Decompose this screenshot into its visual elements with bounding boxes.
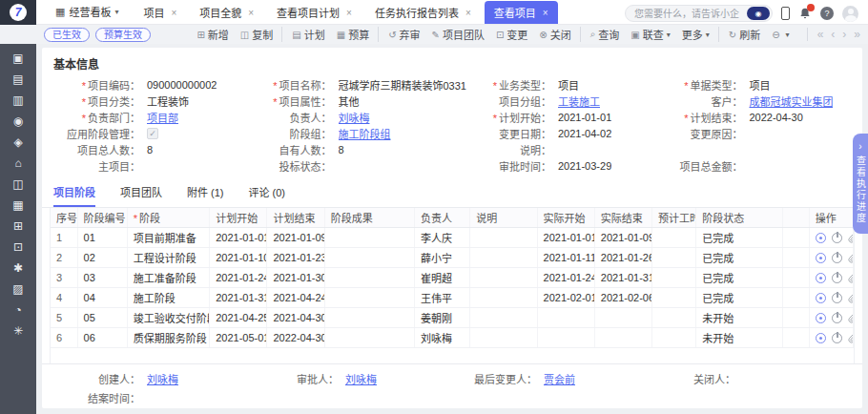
toolbar-button[interactable]: ⊞ 新增: [191, 27, 234, 42]
finish-stage-icon[interactable]: [832, 233, 842, 243]
view-progress-tab[interactable]: › 查看执行进度: [853, 134, 868, 234]
cell-stage-code: 01: [77, 228, 127, 248]
toolbar-button-icon: ↺: [388, 30, 396, 40]
cell-note: [470, 268, 537, 288]
page-tab[interactable]: 项目全貌 ×: [190, 1, 263, 24]
toolbar-button[interactable]: ◫ 复制: [235, 27, 279, 42]
attachment-icon[interactable]: [848, 313, 854, 323]
start-stage-icon[interactable]: [816, 333, 826, 343]
required-marker: *: [82, 96, 86, 108]
page-tab[interactable]: 项目 ×: [134, 1, 186, 24]
cell-owner: 李人庆: [415, 228, 470, 248]
cell-est-hours: [652, 328, 696, 348]
toolbar-button[interactable]: ↻ 刷新: [718, 27, 766, 42]
toolbar-button[interactable]: ⊖ ▾: [766, 30, 795, 40]
detail-tab[interactable]: 附件 (1): [187, 184, 224, 207]
toolbar-button[interactable]: 更多 ▾: [676, 27, 715, 42]
first-record-icon[interactable]: «: [817, 28, 824, 41]
notification-bell-icon[interactable]: [798, 7, 812, 20]
toolbar-button[interactable]: ✎ 项目团队: [426, 27, 490, 42]
close-icon[interactable]: ×: [465, 8, 471, 18]
cell-operations: [809, 328, 853, 348]
attachment-icon[interactable]: [848, 273, 854, 283]
column-header: 阶段编号: [77, 208, 127, 228]
apps-icon[interactable]: ⊞: [10, 219, 26, 232]
cell-owner: 王伟平: [415, 288, 470, 308]
user-icon[interactable]: ◉: [10, 114, 26, 127]
finish-stage-icon[interactable]: [832, 293, 842, 303]
cell-blank: [782, 228, 809, 248]
open-page-tabs: 项目 × 项目全貌 × 查看项目计划 × 任务执行报告列表 ×: [134, 1, 557, 24]
page-tab[interactable]: 查看项目计划 ×: [267, 1, 362, 24]
assistant-search[interactable]: ◉: [625, 5, 773, 22]
contract-icon[interactable]: ▤: [10, 72, 26, 85]
app-logo[interactable]: 7: [0, 0, 36, 25]
prev-record-icon[interactable]: ‹: [831, 28, 835, 41]
detail-tab[interactable]: 项目团队: [120, 184, 162, 207]
finance-icon[interactable]: ⊡: [10, 240, 26, 253]
close-icon[interactable]: ×: [248, 8, 254, 18]
finish-stage-icon[interactable]: [832, 333, 842, 343]
next-record-icon[interactable]: ›: [842, 28, 846, 41]
column-header: 实际开始: [537, 208, 594, 228]
home-icon[interactable]: ⌂: [10, 156, 26, 169]
cell-blank: [782, 288, 809, 308]
start-stage-icon[interactable]: [816, 293, 826, 303]
field-label: 变更日期：: [466, 126, 558, 141]
column-header: [782, 208, 809, 228]
toolbar-button[interactable]: ▤ 计划: [281, 27, 330, 42]
field-value: 项目部: [147, 110, 178, 125]
toolbar-button[interactable]: ⌕ 查询: [580, 27, 626, 42]
attachment-icon[interactable]: [848, 333, 854, 343]
start-stage-icon[interactable]: [816, 313, 826, 323]
chevron-down-icon: ▾: [114, 8, 118, 16]
gear-icon[interactable]: ✱: [10, 261, 26, 274]
toolbar-button[interactable]: ▦ 预算: [331, 27, 375, 42]
toolbar-button[interactable]: ↺ 弃审: [378, 27, 425, 42]
toolbar-button-label: 预算: [348, 27, 369, 42]
start-stage-icon[interactable]: [816, 233, 826, 243]
last-record-icon[interactable]: »: [854, 28, 860, 41]
field-label: *单据类型：: [657, 77, 749, 93]
form-field: 审批时间： 2021-03-29: [466, 159, 658, 173]
start-stage-icon[interactable]: [816, 273, 826, 283]
close-icon[interactable]: ×: [171, 8, 176, 18]
table-row: 5 05 竣工验收交付阶段 2021-04-25 2021-04-30 姜朝刚: [51, 308, 854, 328]
field-value: 090000000002: [147, 79, 217, 91]
page-tab[interactable]: 查看项目 ×: [485, 1, 558, 24]
card-icon[interactable]: ◫: [10, 177, 26, 190]
finish-stage-icon[interactable]: [832, 313, 842, 323]
field-value: 2021-01-01: [558, 112, 611, 123]
user-avatar[interactable]: [842, 6, 858, 22]
field-value: 施工阶段组: [339, 126, 391, 141]
attachment-icon[interactable]: [848, 293, 854, 303]
tools-icon[interactable]: ✳: [10, 324, 26, 337]
invoice-icon[interactable]: ▥: [10, 93, 26, 106]
shield-icon[interactable]: ◈: [10, 135, 26, 148]
finish-stage-icon[interactable]: [832, 273, 842, 283]
assistant-eye-icon[interactable]: ◉: [747, 7, 770, 20]
attachment-icon[interactable]: [848, 233, 854, 243]
attachment-icon[interactable]: [848, 253, 854, 263]
toolbar-button[interactable]: ▣ 联查 ▾: [625, 27, 675, 42]
close-icon[interactable]: ×: [543, 8, 548, 18]
start-stage-icon[interactable]: [816, 253, 826, 263]
search-input[interactable]: [634, 9, 747, 19]
detail-tab[interactable]: 项目阶段: [53, 184, 95, 207]
form-field: 项目分组： 工装施工: [466, 94, 658, 108]
page-tab[interactable]: 任务执行报告列表 ×: [365, 1, 481, 24]
field-value: 工程装饰: [147, 93, 189, 109]
mobile-icon[interactable]: [781, 7, 790, 20]
cell-actual-start: 2021-01-01: [537, 228, 594, 248]
clock-icon[interactable]: ◔: [10, 303, 26, 316]
help-icon[interactable]: ?: [820, 7, 834, 20]
close-icon[interactable]: ×: [346, 8, 352, 18]
finish-stage-icon[interactable]: [832, 253, 842, 263]
toolbar-button[interactable]: ⊡ 变更: [490, 27, 533, 42]
detail-tab[interactable]: 评论 (0): [249, 184, 286, 207]
dashboard-icon[interactable]: ▣: [10, 52, 26, 64]
toolbar-button[interactable]: ⊗ 关闭: [533, 27, 576, 42]
chart-icon[interactable]: ▨: [10, 282, 26, 295]
calendar-icon[interactable]: ▦: [10, 198, 26, 211]
workboard-menu[interactable]: ▦ 经营看板 ▾: [46, 4, 128, 24]
